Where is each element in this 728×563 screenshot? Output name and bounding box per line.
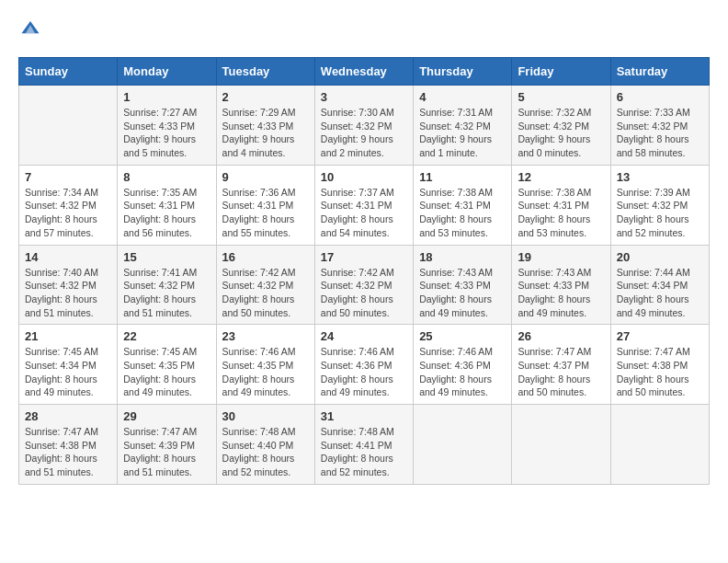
day-number: 19 (518, 250, 604, 264)
calendar-cell (19, 86, 118, 166)
calendar-cell: 6Sunrise: 7:33 AM Sunset: 4:32 PM Daylig… (610, 86, 709, 166)
calendar-table: SundayMondayTuesdayWednesdayThursdayFrid… (18, 57, 710, 485)
day-number: 28 (25, 409, 111, 423)
day-info: Sunrise: 7:47 AM Sunset: 4:37 PM Dayligh… (518, 345, 604, 399)
logo (18, 18, 42, 42)
day-info: Sunrise: 7:46 AM Sunset: 4:36 PM Dayligh… (419, 345, 506, 399)
day-info: Sunrise: 7:48 AM Sunset: 4:41 PM Dayligh… (321, 425, 407, 479)
calendar-cell: 15Sunrise: 7:41 AM Sunset: 4:32 PM Dayli… (118, 245, 216, 325)
day-info: Sunrise: 7:38 AM Sunset: 4:31 PM Dayligh… (419, 186, 506, 240)
day-info: Sunrise: 7:48 AM Sunset: 4:40 PM Dayligh… (222, 425, 309, 479)
calendar-cell: 18Sunrise: 7:43 AM Sunset: 4:33 PM Dayli… (414, 245, 512, 325)
calendar-cell: 25Sunrise: 7:46 AM Sunset: 4:36 PM Dayli… (414, 325, 512, 405)
day-number: 9 (222, 170, 309, 184)
day-info: Sunrise: 7:42 AM Sunset: 4:32 PM Dayligh… (321, 266, 407, 320)
day-info: Sunrise: 7:31 AM Sunset: 4:32 PM Dayligh… (419, 106, 506, 160)
day-info: Sunrise: 7:47 AM Sunset: 4:38 PM Dayligh… (617, 345, 703, 399)
day-info: Sunrise: 7:38 AM Sunset: 4:31 PM Dayligh… (518, 186, 604, 240)
day-number: 8 (123, 170, 210, 184)
day-number: 17 (321, 250, 407, 264)
day-number: 2 (222, 90, 309, 104)
calendar-cell: 1Sunrise: 7:27 AM Sunset: 4:33 PM Daylig… (118, 86, 216, 166)
day-number: 1 (123, 90, 210, 104)
logo-icon (20, 18, 40, 39)
day-number: 5 (518, 90, 604, 104)
calendar-cell: 22Sunrise: 7:45 AM Sunset: 4:35 PM Dayli… (118, 325, 216, 405)
day-info: Sunrise: 7:43 AM Sunset: 4:33 PM Dayligh… (518, 266, 604, 320)
day-header-saturday: Saturday (610, 58, 709, 86)
calendar-cell: 4Sunrise: 7:31 AM Sunset: 4:32 PM Daylig… (414, 86, 512, 166)
day-info: Sunrise: 7:43 AM Sunset: 4:33 PM Dayligh… (419, 266, 506, 320)
calendar-cell (610, 405, 709, 485)
day-info: Sunrise: 7:42 AM Sunset: 4:32 PM Dayligh… (222, 266, 309, 320)
calendar-cell: 26Sunrise: 7:47 AM Sunset: 4:37 PM Dayli… (512, 325, 610, 405)
day-number: 22 (123, 329, 210, 343)
day-info: Sunrise: 7:45 AM Sunset: 4:34 PM Dayligh… (25, 345, 111, 399)
day-info: Sunrise: 7:27 AM Sunset: 4:33 PM Dayligh… (123, 106, 210, 160)
week-row-5: 28Sunrise: 7:47 AM Sunset: 4:38 PM Dayli… (19, 405, 710, 485)
day-info: Sunrise: 7:37 AM Sunset: 4:31 PM Dayligh… (321, 186, 407, 240)
day-number: 11 (419, 170, 506, 184)
calendar-cell: 24Sunrise: 7:46 AM Sunset: 4:36 PM Dayli… (314, 325, 413, 405)
day-header-monday: Monday (118, 58, 216, 86)
day-info: Sunrise: 7:29 AM Sunset: 4:33 PM Dayligh… (222, 106, 309, 160)
calendar-cell: 7Sunrise: 7:34 AM Sunset: 4:32 PM Daylig… (19, 165, 118, 245)
day-number: 4 (419, 90, 506, 104)
day-number: 27 (617, 329, 703, 343)
calendar-cell: 27Sunrise: 7:47 AM Sunset: 4:38 PM Dayli… (610, 325, 709, 405)
calendar-cell (414, 405, 512, 485)
calendar-cell: 20Sunrise: 7:44 AM Sunset: 4:34 PM Dayli… (610, 245, 709, 325)
day-info: Sunrise: 7:39 AM Sunset: 4:32 PM Dayligh… (617, 186, 703, 240)
day-info: Sunrise: 7:33 AM Sunset: 4:32 PM Dayligh… (617, 106, 703, 160)
day-number: 24 (321, 329, 407, 343)
day-info: Sunrise: 7:46 AM Sunset: 4:35 PM Dayligh… (222, 345, 309, 399)
day-header-wednesday: Wednesday (314, 58, 413, 86)
calendar-cell: 23Sunrise: 7:46 AM Sunset: 4:35 PM Dayli… (216, 325, 314, 405)
day-number: 16 (222, 250, 309, 264)
day-info: Sunrise: 7:40 AM Sunset: 4:32 PM Dayligh… (25, 266, 111, 320)
week-row-2: 7Sunrise: 7:34 AM Sunset: 4:32 PM Daylig… (19, 165, 710, 245)
calendar-cell: 11Sunrise: 7:38 AM Sunset: 4:31 PM Dayli… (414, 165, 512, 245)
day-number: 21 (25, 329, 111, 343)
calendar-cell: 16Sunrise: 7:42 AM Sunset: 4:32 PM Dayli… (216, 245, 314, 325)
day-info: Sunrise: 7:44 AM Sunset: 4:34 PM Dayligh… (617, 266, 703, 320)
page-header (18, 18, 710, 42)
calendar-cell: 9Sunrise: 7:36 AM Sunset: 4:31 PM Daylig… (216, 165, 314, 245)
day-number: 10 (321, 170, 407, 184)
calendar-cell: 29Sunrise: 7:47 AM Sunset: 4:39 PM Dayli… (118, 405, 216, 485)
day-info: Sunrise: 7:47 AM Sunset: 4:38 PM Dayligh… (25, 425, 111, 479)
day-info: Sunrise: 7:30 AM Sunset: 4:32 PM Dayligh… (321, 106, 407, 160)
day-info: Sunrise: 7:34 AM Sunset: 4:32 PM Dayligh… (25, 186, 111, 240)
day-header-sunday: Sunday (19, 58, 118, 86)
day-info: Sunrise: 7:47 AM Sunset: 4:39 PM Dayligh… (123, 425, 210, 479)
day-number: 31 (321, 409, 407, 423)
day-number: 20 (617, 250, 703, 264)
calendar-cell: 19Sunrise: 7:43 AM Sunset: 4:33 PM Dayli… (512, 245, 610, 325)
calendar-cell: 8Sunrise: 7:35 AM Sunset: 4:31 PM Daylig… (118, 165, 216, 245)
calendar-cell: 5Sunrise: 7:32 AM Sunset: 4:32 PM Daylig… (512, 86, 610, 166)
day-number: 14 (25, 250, 111, 264)
calendar-cell: 28Sunrise: 7:47 AM Sunset: 4:38 PM Dayli… (19, 405, 118, 485)
week-row-4: 21Sunrise: 7:45 AM Sunset: 4:34 PM Dayli… (19, 325, 710, 405)
day-number: 18 (419, 250, 506, 264)
day-info: Sunrise: 7:46 AM Sunset: 4:36 PM Dayligh… (321, 345, 407, 399)
calendar-cell: 14Sunrise: 7:40 AM Sunset: 4:32 PM Dayli… (19, 245, 118, 325)
calendar-cell: 21Sunrise: 7:45 AM Sunset: 4:34 PM Dayli… (19, 325, 118, 405)
week-row-1: 1Sunrise: 7:27 AM Sunset: 4:33 PM Daylig… (19, 86, 710, 166)
day-info: Sunrise: 7:36 AM Sunset: 4:31 PM Dayligh… (222, 186, 309, 240)
calendar-cell: 13Sunrise: 7:39 AM Sunset: 4:32 PM Dayli… (610, 165, 709, 245)
day-number: 26 (518, 329, 604, 343)
calendar-cell: 2Sunrise: 7:29 AM Sunset: 4:33 PM Daylig… (216, 86, 314, 166)
day-number: 30 (222, 409, 309, 423)
day-number: 12 (518, 170, 604, 184)
day-info: Sunrise: 7:35 AM Sunset: 4:31 PM Dayligh… (123, 186, 210, 240)
calendar-cell: 17Sunrise: 7:42 AM Sunset: 4:32 PM Dayli… (314, 245, 413, 325)
day-info: Sunrise: 7:32 AM Sunset: 4:32 PM Dayligh… (518, 106, 604, 160)
day-header-thursday: Thursday (414, 58, 512, 86)
calendar-cell: 3Sunrise: 7:30 AM Sunset: 4:32 PM Daylig… (314, 86, 413, 166)
day-number: 23 (222, 329, 309, 343)
calendar-cell: 31Sunrise: 7:48 AM Sunset: 4:41 PM Dayli… (314, 405, 413, 485)
day-number: 7 (25, 170, 111, 184)
day-number: 25 (419, 329, 506, 343)
day-number: 6 (617, 90, 703, 104)
